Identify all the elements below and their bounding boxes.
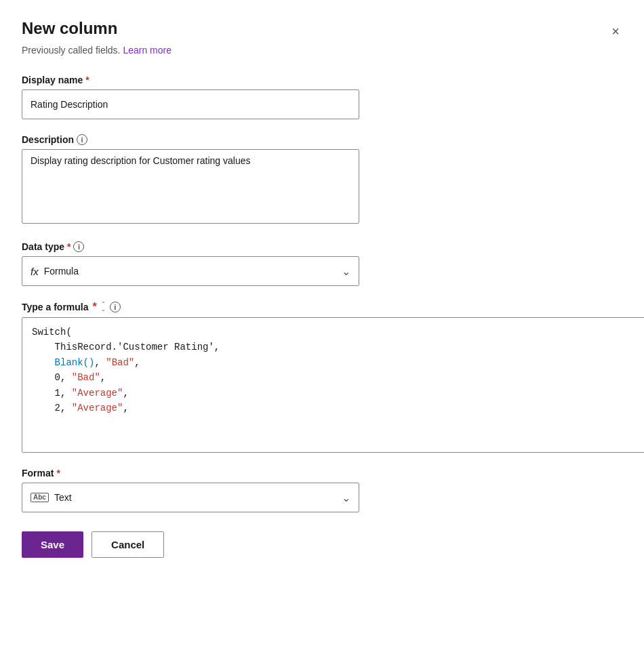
formula-line-6: 2, "Average",: [32, 401, 642, 415]
new-column-dialog: New column × Previously called fields. L…: [0, 0, 644, 671]
display-name-group: Display name *: [22, 75, 622, 119]
format-chevron-icon: ⌄: [342, 491, 350, 504]
formula-required: *: [93, 301, 97, 313]
data-type-select-left: fx Formula: [31, 266, 79, 277]
data-type-group: Data type * i fx Formula ⌄: [22, 241, 622, 286]
data-type-required: *: [67, 241, 71, 252]
abc-icon: Abc: [31, 493, 49, 502]
description-group: Description i Display rating description…: [22, 134, 622, 226]
format-label: Format *: [22, 468, 622, 479]
formula-line-4: 0, "Bad",: [32, 370, 642, 385]
display-name-input[interactable]: [22, 89, 359, 119]
formula-info-icon[interactable]: i: [110, 302, 121, 312]
format-group: Format * Abc Text ⌄: [22, 468, 622, 512]
description-info-icon[interactable]: i: [77, 134, 87, 145]
formula-group: Type a formula * ⌃⌄ i Switch( ThisRecord…: [22, 301, 622, 453]
data-type-label: Data type * i: [22, 241, 622, 252]
save-button[interactable]: Save: [22, 531, 83, 558]
dialog-header: New column ×: [22, 19, 622, 41]
format-select-wrapper: Abc Text ⌄: [22, 483, 359, 512]
data-type-select-wrapper: fx Formula ⌄: [22, 256, 359, 286]
format-select-left: Abc Text: [31, 492, 72, 503]
display-name-required: *: [85, 75, 89, 85]
formula-line-2: ThisRecord.'Customer Rating',: [32, 340, 642, 354]
data-type-info-icon[interactable]: i: [73, 241, 84, 252]
formula-label-row: Type a formula * ⌃⌄ i: [22, 301, 622, 313]
display-name-label: Display name *: [22, 75, 622, 85]
data-type-chevron-icon: ⌄: [342, 265, 350, 278]
formula-line-5: 1, "Average",: [32, 386, 642, 401]
dialog-title: New column: [22, 19, 117, 39]
format-selected-value: Text: [54, 492, 72, 503]
description-input[interactable]: Display rating description for Customer …: [22, 149, 359, 224]
formula-editor[interactable]: Switch( ThisRecord.'Customer Rating', Bl…: [22, 317, 644, 453]
button-row: Save Cancel: [22, 531, 622, 558]
formula-updown-icon[interactable]: ⌃⌄: [101, 302, 106, 312]
cancel-button[interactable]: Cancel: [92, 531, 164, 558]
formula-line-1: Switch(: [32, 325, 642, 340]
data-type-selected-value: Formula: [44, 266, 79, 277]
learn-more-link[interactable]: Learn more: [123, 45, 172, 56]
subtitle-text: Previously called fields.: [22, 45, 121, 56]
data-type-select[interactable]: fx Formula ⌄: [22, 256, 359, 286]
description-label: Description i: [22, 134, 622, 145]
fx-icon: fx: [31, 266, 39, 277]
format-required: *: [56, 468, 60, 479]
formula-label: Type a formula: [22, 302, 89, 312]
format-select[interactable]: Abc Text ⌄: [22, 483, 359, 512]
formula-line-3: Blank(), "Bad",: [32, 355, 642, 370]
dialog-subtitle: Previously called fields. Learn more: [22, 45, 622, 56]
close-button[interactable]: ×: [609, 22, 622, 41]
